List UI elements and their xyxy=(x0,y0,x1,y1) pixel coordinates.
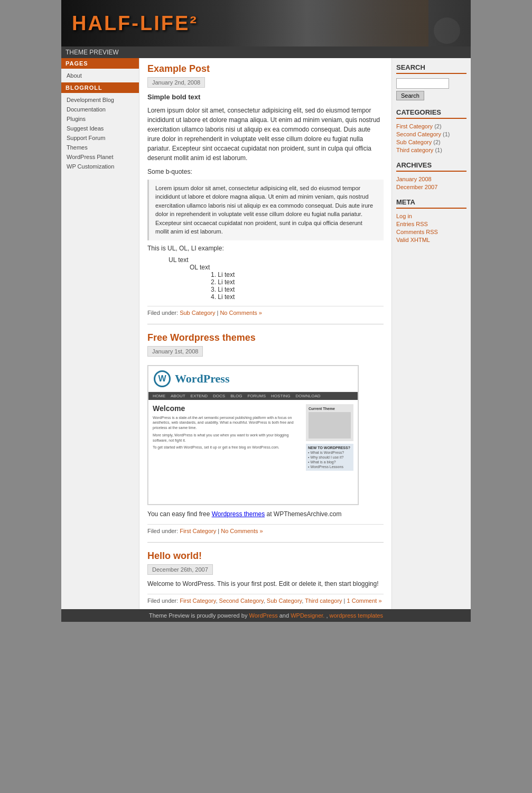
sidebar-item-suggest-ideas[interactable]: Suggest Ideas xyxy=(61,124,139,133)
post2-comments-link[interactable]: No Comments » xyxy=(221,528,263,534)
wp-logo-circle: W xyxy=(154,370,171,387)
li-item-2: 2. Li text xyxy=(211,278,384,286)
meta-title: META xyxy=(396,198,466,209)
post3-title-link[interactable]: Hello world! xyxy=(147,551,202,561)
post1-list-intro: This is UL, OL, LI example: xyxy=(147,245,384,252)
post2-category-link[interactable]: First Category xyxy=(180,528,216,534)
cat-link-4[interactable]: Third category (1) xyxy=(396,147,466,153)
cat-link-1[interactable]: First Category (2) xyxy=(396,123,466,129)
sidebar-item-wordpress-planet[interactable]: WordPress Planet xyxy=(61,152,139,162)
archives-section: ARCHIVES January 2008 December 2007 xyxy=(396,161,466,190)
site-title: HALF-LIFE² xyxy=(72,12,198,35)
post2-filed-label: Filed under: xyxy=(147,528,178,534)
wp-main-col: Welcome WordPress is a state-of-the-art … xyxy=(153,404,302,500)
wp-sidebar-title: Current Theme xyxy=(309,407,351,411)
meta-entries-rss[interactable]: Entries RSS xyxy=(396,221,466,227)
post3-cat-3[interactable]: Sub Category xyxy=(267,598,302,604)
sidebar-item-wp-customization[interactable]: WP Customization xyxy=(61,162,139,171)
li-item-3: 3. Li text xyxy=(211,286,384,293)
cat-link-3[interactable]: Sub Category (2) xyxy=(396,139,466,145)
post3-date: December 26th, 2007 xyxy=(147,564,213,575)
post1-title: Example Post xyxy=(147,63,384,74)
meta-valid-xhtml[interactable]: Valid XHTML xyxy=(396,237,466,243)
post2-title: Free Wordpress themes xyxy=(147,332,384,343)
wp-new-to-wp: NEW TO WORDPRESS? • What is WordPress? •… xyxy=(306,444,353,471)
wp-screenshot: W WordPress HOME ABOUT EXTEND DOCS BLOG … xyxy=(147,365,359,505)
wp-content: Welcome WordPress is a state-of-the-art … xyxy=(148,400,358,504)
post2-content: You can easy find free Wordpress themes … xyxy=(147,509,384,519)
main-content: Example Post January 2nd, 2008 Simple bo… xyxy=(139,58,391,609)
post1-blockquote: Lorem ipsum dolor sit amet, consectetur … xyxy=(147,180,384,240)
sidebar-item-about[interactable]: About xyxy=(61,71,139,80)
sidebar-left: PAGES About BLOGROLL Development Blog Do… xyxy=(61,58,139,609)
search-button[interactable]: Search xyxy=(396,91,424,100)
meta-comments-rss[interactable]: Comments RSS xyxy=(396,229,466,235)
site-footer: Theme Preview is proudly powered by Word… xyxy=(61,609,471,622)
post3-filed-label: Filed under: xyxy=(147,598,178,604)
post-divider-1 xyxy=(147,324,384,324)
post-example: Example Post January 2nd, 2008 Simple bo… xyxy=(147,63,384,316)
post2-title-link[interactable]: Free Wordpress themes xyxy=(147,332,256,343)
li-item-4: 4. Li text xyxy=(211,293,384,301)
footer-wp-link[interactable]: WordPress xyxy=(249,612,277,619)
pages-links: About xyxy=(61,69,139,82)
wp-logo-text: WordPress xyxy=(175,372,229,386)
footer-text2: and xyxy=(279,612,289,619)
post2-paragraph: You can easy find free Wordpress themes … xyxy=(147,509,384,519)
wp-desc3: To get started with WordPress, set it up… xyxy=(153,445,302,450)
site-header: HALF-LIFE² xyxy=(61,0,471,46)
nav-bar: THEME PREVIEW xyxy=(61,46,471,58)
post3-paragraph: Welcome to WordPress. This is your first… xyxy=(147,579,384,589)
archives-title: ARCHIVES xyxy=(396,161,466,172)
footer-wpd-link[interactable]: WPDesigner. xyxy=(291,612,324,619)
sidebar-right: SEARCH Search CATEGORIES First Category … xyxy=(391,58,471,609)
post1-paragraph: Lorem ipsum dolor sit amet, consectetur … xyxy=(147,106,384,163)
post1-filed-label: Filed under: xyxy=(147,310,178,316)
post3-cat-2[interactable]: Second Category xyxy=(219,598,264,604)
post3-footer: Filed under: First Category, Second Cate… xyxy=(147,594,384,604)
archive-link-1[interactable]: January 2008 xyxy=(396,176,466,182)
li-item-1: 1. Li text xyxy=(211,271,384,278)
wp-themes-link[interactable]: Wordpress themes xyxy=(212,510,265,518)
footer-text3: , xyxy=(326,612,328,619)
sidebar-item-dev-blog[interactable]: Development Blog xyxy=(61,95,139,105)
post1-bquotes-label: Some b-quotes: xyxy=(147,168,384,175)
post-free-themes: Free Wordpress themes January 1st, 2008 … xyxy=(147,332,384,534)
post3-cat-4[interactable]: Third category xyxy=(305,598,342,604)
archive-link-2[interactable]: December 2007 xyxy=(396,184,466,190)
post2-date: January 1st, 2008 xyxy=(147,346,203,357)
search-section: SEARCH Search xyxy=(396,63,466,100)
search-title: SEARCH xyxy=(396,63,466,74)
categories-section: CATEGORIES First Category (2) Second Cat… xyxy=(396,108,466,153)
post1-title-link[interactable]: Example Post xyxy=(147,63,210,74)
wp-sidebar-current: Current Theme xyxy=(306,404,353,441)
wp-nav: HOME ABOUT EXTEND DOCS BLOG FORUMS HOSTI… xyxy=(148,392,358,400)
post1-comments-link[interactable]: No Comments » xyxy=(220,310,262,316)
header-image: HALF-LIFE² xyxy=(61,0,471,46)
cat-link-2[interactable]: Second Category (1) xyxy=(396,131,466,137)
sidebar-item-plugins[interactable]: Plugins xyxy=(61,114,139,124)
search-input[interactable] xyxy=(396,78,449,89)
content-wrap: PAGES About BLOGROLL Development Blog Do… xyxy=(61,58,471,609)
post1-bold-header: Simple bold text xyxy=(147,92,384,102)
footer-text1: Theme Preview is proudly powered by xyxy=(149,612,247,619)
post1-category-link[interactable]: Sub Category xyxy=(180,310,215,316)
post3-comments-link[interactable]: 1 Comment » xyxy=(347,598,382,604)
post-divider-2 xyxy=(147,542,384,543)
meta-section: META Log in Entries RSS Comments RSS Val… xyxy=(396,198,466,243)
post-hello-world: Hello world! December 26th, 2007 Welcome… xyxy=(147,551,384,604)
footer-wpt-link[interactable]: wordpress templates xyxy=(330,612,384,619)
post2-footer: Filed under: First Category | No Comment… xyxy=(147,524,384,534)
wp-sidebar-col: Current Theme NEW TO WORDPRESS? • What i… xyxy=(306,404,353,500)
meta-login[interactable]: Log in xyxy=(396,213,466,219)
sidebar-item-themes[interactable]: Themes xyxy=(61,143,139,152)
sidebar-item-support-forum[interactable]: Support Forum xyxy=(61,133,139,143)
blogroll-links: Development Blog Documentation Plugins S… xyxy=(61,93,139,173)
wp-desc1: WordPress is a state-of-the-art semantic… xyxy=(153,415,302,431)
post3-cat-1[interactable]: First Category xyxy=(180,598,216,604)
pages-section-title: PAGES xyxy=(61,58,139,69)
ul-label: UL text xyxy=(169,256,384,264)
theme-preview-label: THEME PREVIEW xyxy=(66,49,119,56)
sidebar-item-documentation[interactable]: Documentation xyxy=(61,105,139,114)
search-box: Search xyxy=(396,78,466,100)
